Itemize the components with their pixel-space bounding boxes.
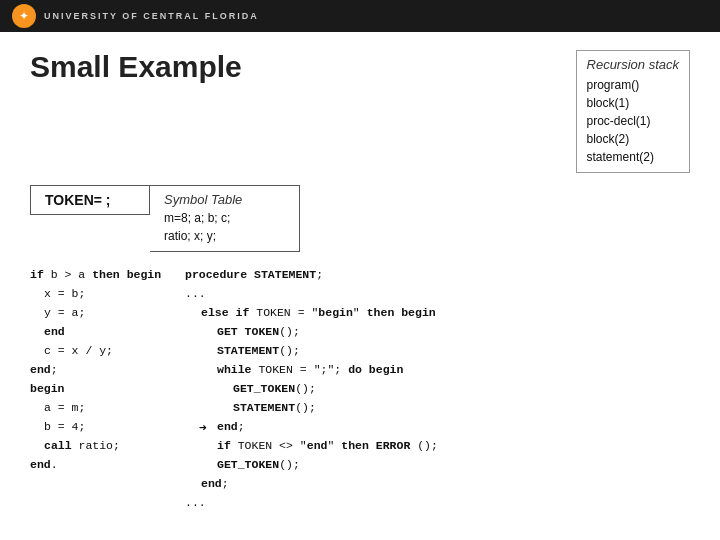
slide-area: Small Example Recursion stack program()b… xyxy=(0,32,720,540)
token-symbol-row: TOKEN= ; Symbol Table m=8; a; b; c;ratio… xyxy=(30,185,690,252)
code-line: if TOKEN <> "end" then ERROR (); xyxy=(217,437,690,456)
symbol-table-line: m=8; a; b; c; xyxy=(164,209,285,227)
right-code: procedure STATEMENT;...else if TOKEN = "… xyxy=(185,266,690,513)
code-line: STATEMENT(); xyxy=(217,342,690,361)
code-line: begin xyxy=(30,380,175,399)
code-line: c = x / y; xyxy=(44,342,175,361)
recursion-stack: Recursion stack program()block(1)proc-de… xyxy=(576,50,690,173)
pegasus-icon: ✦ xyxy=(12,4,36,28)
symbol-table-title: Symbol Table xyxy=(164,192,285,207)
recursion-stack-item: program() xyxy=(587,76,679,94)
code-line: procedure STATEMENT; xyxy=(185,266,690,285)
code-line: GET_TOKEN(); xyxy=(217,456,690,475)
lower-content: if b > a then beginx = b;y = a;endc = x … xyxy=(30,266,690,513)
arrow-indicator: ➜ xyxy=(199,418,207,439)
code-line: x = b; xyxy=(44,285,175,304)
ucf-logo: ✦ UNIVERSITY OF CENTRAL FLORIDA xyxy=(12,4,259,28)
ucf-text: UNIVERSITY OF CENTRAL FLORIDA xyxy=(44,11,259,21)
code-line: b = 4; xyxy=(44,418,175,437)
recursion-stack-item: statement(2) xyxy=(587,148,679,166)
left-code: if b > a then beginx = b;y = a;endc = x … xyxy=(30,266,185,475)
token-box: TOKEN= ; xyxy=(30,185,150,215)
code-line: end xyxy=(44,323,175,342)
recursion-stack-item: proc-decl(1) xyxy=(587,112,679,130)
recursion-stack-items: program()block(1)proc-decl(1)block(2)sta… xyxy=(587,76,679,166)
title-row: Small Example Recursion stack program()b… xyxy=(30,50,690,173)
code-line: GET_TOKEN(); xyxy=(233,380,690,399)
code-line: STATEMENT(); xyxy=(233,399,690,418)
slide-title: Small Example xyxy=(30,50,242,84)
code-line: end; xyxy=(201,475,690,494)
code-line: ... xyxy=(185,285,690,304)
code-line: ➜end; xyxy=(217,418,690,437)
symbol-table-box: Symbol Table m=8; a; b; c;ratio; x; y; xyxy=(150,185,300,252)
code-line: else if TOKEN = "begin" then begin xyxy=(201,304,690,323)
code-line: y = a; xyxy=(44,304,175,323)
code-line: ... xyxy=(185,494,690,513)
symbol-table-content: m=8; a; b; c;ratio; x; y; xyxy=(164,209,285,245)
code-line: end; xyxy=(30,361,175,380)
symbol-table-line: ratio; x; y; xyxy=(164,227,285,245)
recursion-stack-item: block(2) xyxy=(587,130,679,148)
code-line: a = m; xyxy=(44,399,175,418)
recursion-stack-item: block(1) xyxy=(587,94,679,112)
code-line: while TOKEN = ";"; do begin xyxy=(217,361,690,380)
code-line: GET TOKEN(); xyxy=(217,323,690,342)
recursion-stack-title: Recursion stack xyxy=(587,57,679,72)
header-bar: ✦ UNIVERSITY OF CENTRAL FLORIDA xyxy=(0,0,720,32)
slide-content: Small Example Recursion stack program()b… xyxy=(0,32,720,540)
code-line: end. xyxy=(30,456,175,475)
code-line: call ratio; xyxy=(44,437,175,456)
code-line: if b > a then begin xyxy=(30,266,175,285)
